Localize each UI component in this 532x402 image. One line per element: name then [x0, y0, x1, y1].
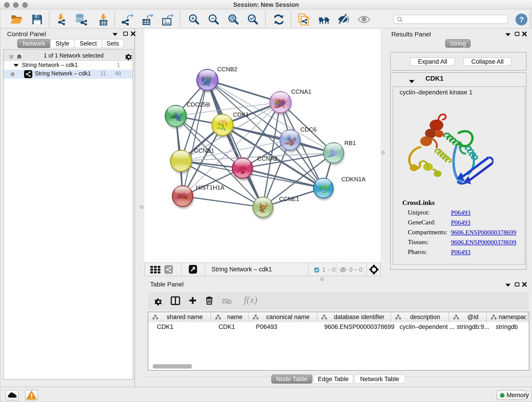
svg-text:CCNB2: CCNB2 — [217, 66, 237, 73]
svg-text:CDC6: CDC6 — [300, 126, 317, 133]
svg-text:CCNB1: CCNB1 — [194, 147, 214, 154]
svg-text:CDKN1A: CDKN1A — [341, 176, 366, 183]
svg-text:CDK1: CDK1 — [233, 111, 249, 118]
svg-text:CCNA2: CCNA2 — [257, 155, 278, 162]
svg-text:RB1: RB1 — [344, 140, 356, 147]
svg-text:CCNA1: CCNA1 — [291, 88, 311, 95]
svg-text:HIST1H1A: HIST1H1A — [196, 184, 225, 191]
svg-text:CCNE1: CCNE1 — [279, 196, 299, 202]
svg-text:CDC25B: CDC25B — [186, 101, 210, 108]
